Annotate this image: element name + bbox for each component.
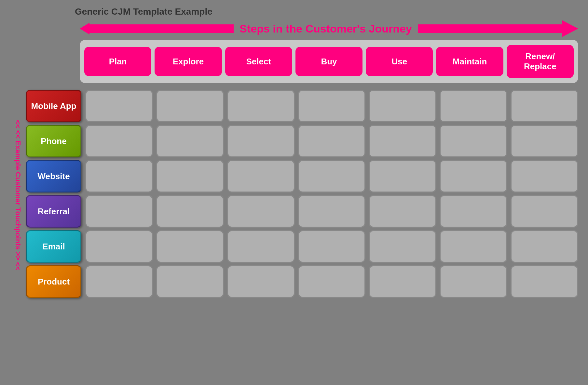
row-cells-mobile-app: [85, 90, 578, 122]
cell-phone-maintain[interactable]: [440, 125, 507, 157]
cell-product-maintain[interactable]: [440, 265, 507, 298]
cell-email-maintain[interactable]: [440, 230, 507, 263]
cell-referral-plan[interactable]: [85, 195, 153, 228]
grid-row: Phone: [26, 125, 578, 157]
step-btn-select[interactable]: Select: [225, 47, 292, 76]
cell-website-use[interactable]: [369, 160, 436, 192]
row-cells-product: [85, 265, 578, 298]
grid-row: Referral: [26, 195, 578, 228]
cell-product-plan[interactable]: [85, 265, 153, 298]
cell-mobile-app-select[interactable]: [227, 90, 295, 122]
cell-referral-use[interactable]: [369, 195, 436, 228]
rows-container: Mobile AppPhoneWebsiteReferralEmailProdu…: [26, 90, 578, 300]
y-axis-container: >> << Example Customer Touchpoints >> >>: [10, 90, 26, 300]
cell-website-plan[interactable]: [85, 160, 153, 192]
row-cells-referral: [85, 195, 578, 228]
cell-product-explore[interactable]: [156, 265, 224, 298]
cell-website-select[interactable]: [227, 160, 295, 192]
row-label-referral: Referral: [26, 195, 81, 228]
cell-referral-explore[interactable]: [156, 195, 224, 228]
row-cells-website: [85, 160, 578, 192]
page-title: Generic CJM Template Example: [75, 7, 578, 17]
cell-product-renew[interactable]: [511, 265, 578, 298]
cell-website-buy[interactable]: [298, 160, 366, 192]
cell-mobile-app-plan[interactable]: [85, 90, 153, 122]
cell-product-use[interactable]: [369, 265, 436, 298]
y-axis-arrow-bottom: >>: [14, 262, 22, 271]
cell-mobile-app-maintain[interactable]: [440, 90, 507, 122]
cell-phone-renew[interactable]: [511, 125, 578, 157]
journey-arrow-row: Steps in the Customer's Journey: [80, 20, 578, 37]
cell-email-use[interactable]: [369, 230, 436, 263]
grid-row: Email: [26, 230, 578, 263]
cell-phone-explore[interactable]: [156, 125, 224, 157]
cell-mobile-app-use[interactable]: [369, 90, 436, 122]
step-btn-plan[interactable]: Plan: [84, 47, 151, 76]
step-btn-use[interactable]: Use: [366, 47, 433, 76]
cell-phone-select[interactable]: [227, 125, 295, 157]
cell-phone-use[interactable]: [369, 125, 436, 157]
cell-email-select[interactable]: [227, 230, 295, 263]
cell-website-explore[interactable]: [156, 160, 224, 192]
row-label-mobile-app: Mobile App: [26, 90, 81, 122]
row-label-website: Website: [26, 160, 81, 192]
row-cells-email: [85, 230, 578, 263]
grid-row: Website: [26, 160, 578, 192]
y-axis-arrow-top: >>: [14, 120, 22, 128]
cell-phone-plan[interactable]: [85, 125, 153, 157]
cell-website-maintain[interactable]: [440, 160, 507, 192]
arrow-bar: [89, 24, 234, 33]
cell-referral-maintain[interactable]: [440, 195, 507, 228]
step-btn-explore[interactable]: Explore: [155, 47, 222, 76]
arrow-left-notch: [80, 23, 89, 34]
cell-email-buy[interactable]: [298, 230, 366, 263]
cell-website-renew[interactable]: [511, 160, 578, 192]
y-axis-text: << Example Customer Touchpoints >>: [14, 130, 22, 260]
row-label-product: Product: [26, 265, 81, 298]
cell-mobile-app-explore[interactable]: [156, 90, 224, 122]
main-content: >> << Example Customer Touchpoints >> >>…: [10, 90, 578, 300]
cell-email-explore[interactable]: [156, 230, 224, 263]
cell-phone-buy[interactable]: [298, 125, 366, 157]
step-btn-buy[interactable]: Buy: [295, 47, 362, 76]
row-label-phone: Phone: [26, 125, 81, 157]
cell-mobile-app-buy[interactable]: [298, 90, 366, 122]
cell-mobile-app-renew[interactable]: [511, 90, 578, 122]
arrow-label: Steps in the Customer's Journey: [234, 22, 418, 35]
cell-product-select[interactable]: [227, 265, 295, 298]
cell-referral-select[interactable]: [227, 195, 295, 228]
y-axis-label: >> << Example Customer Touchpoints >> >>: [14, 120, 22, 271]
steps-header-wrapper: PlanExploreSelectBuyUseMaintainRenew/ Re…: [80, 40, 578, 86]
cell-email-renew[interactable]: [511, 230, 578, 263]
arrow-right-head: [562, 20, 578, 37]
grid-row: Mobile App: [26, 90, 578, 122]
cell-referral-renew[interactable]: [511, 195, 578, 228]
steps-header: PlanExploreSelectBuyUseMaintainRenew/ Re…: [80, 40, 578, 83]
cell-product-buy[interactable]: [298, 265, 366, 298]
arrow-bar-right: [418, 24, 562, 33]
page-container: Generic CJM Template Example Steps in th…: [0, 0, 588, 385]
row-label-email: Email: [26, 230, 81, 263]
step-btn-renew[interactable]: Renew/ Replace: [507, 45, 574, 78]
journey-arrow: Steps in the Customer's Journey: [80, 20, 578, 37]
cell-referral-buy[interactable]: [298, 195, 366, 228]
step-btn-maintain[interactable]: Maintain: [436, 47, 503, 76]
row-cells-phone: [85, 125, 578, 157]
grid-row: Product: [26, 265, 578, 298]
cell-email-plan[interactable]: [85, 230, 153, 263]
